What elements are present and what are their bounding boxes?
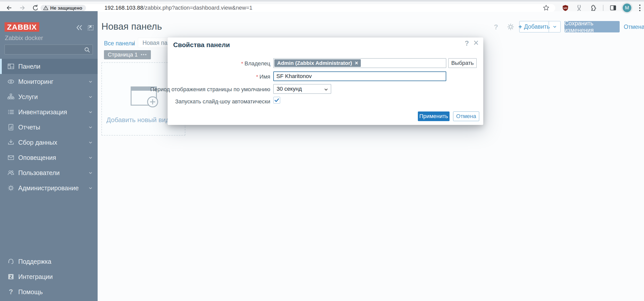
download-icon xyxy=(7,139,15,146)
header-cancel-link[interactable]: Отмена xyxy=(624,24,644,30)
chevron-down-icon xyxy=(88,94,93,99)
screen: Не защищено 192.168.103.88/zabbix.php?ac… xyxy=(0,0,644,301)
z-letter: Z xyxy=(10,275,12,279)
sidebar-item-label: Помощь xyxy=(18,288,43,296)
list-icon xyxy=(7,108,15,116)
forward-icon[interactable] xyxy=(19,4,26,11)
headset-icon xyxy=(7,258,15,265)
page-tab-label: Страница 1 xyxy=(108,51,138,58)
required-mark: * xyxy=(241,61,243,66)
add-dropdown-button[interactable] xyxy=(549,21,560,32)
modal-help-icon[interactable]: ? xyxy=(465,40,469,47)
warning-icon xyxy=(43,5,48,11)
add-widget-button[interactable]: +Добавить xyxy=(519,21,561,32)
dashboard-icon xyxy=(7,63,15,70)
breadcrumb-separator: / xyxy=(133,40,135,47)
sidebar-item-alerts[interactable]: Оповещения xyxy=(0,150,98,165)
save-changes-button[interactable]: Сохранить изменения xyxy=(564,21,620,32)
sidebar-item-support[interactable]: Поддержка xyxy=(0,254,98,269)
report-icon xyxy=(7,123,15,131)
dashboard-properties-modal: Свойства панели ? × *Владелец Admin (Zab… xyxy=(168,37,483,125)
settings-gear-icon[interactable] xyxy=(507,23,515,31)
sidebar-item-dashboards[interactable]: Панели xyxy=(0,59,98,74)
check-icon xyxy=(274,98,279,103)
sidebar-item-help[interactable]: ? Помощь xyxy=(0,284,98,299)
owner-select-button[interactable]: Выбрать xyxy=(448,58,477,68)
gear-icon xyxy=(7,184,15,192)
close-icon[interactable]: × xyxy=(473,38,479,47)
owner-chip-label: Admin (Zabbix Administrator) xyxy=(277,60,352,66)
chevron-down-icon xyxy=(88,140,93,145)
url-host: 192.168.103.88 xyxy=(104,5,143,11)
sidebar-item-reports[interactable]: Отчеты xyxy=(0,120,98,135)
z-badge-icon: Z Z xyxy=(7,273,15,280)
page-tab[interactable]: Страница 1 ••• xyxy=(104,50,151,59)
add-button-label: Добавить xyxy=(524,23,550,30)
bookmark-star-icon[interactable] xyxy=(543,4,550,11)
chevron-down-icon xyxy=(88,79,93,84)
breadcrumb-all-dashboards[interactable]: Все панели xyxy=(104,40,135,47)
search-icon xyxy=(84,46,91,53)
services-icon xyxy=(7,93,15,101)
plus-icon: + xyxy=(518,23,522,30)
modal-title: Свойства панели xyxy=(173,41,230,49)
apply-button[interactable]: Применить xyxy=(418,111,450,121)
chevron-down-icon xyxy=(88,155,93,160)
zabbix-logo[interactable]: ZABBIX xyxy=(5,22,39,32)
browser-menu-icon[interactable] xyxy=(639,5,640,11)
users-icon xyxy=(7,169,15,177)
period-value: 30 секунд xyxy=(277,86,302,92)
chevron-down-icon xyxy=(88,185,93,191)
sidebar-item-label: Услуги xyxy=(18,93,38,101)
ublock-extension-icon[interactable]: UO xyxy=(562,4,569,11)
page-title: Новая панель xyxy=(101,21,162,32)
sidebar-item-administration[interactable]: Администрирование xyxy=(0,180,98,196)
modal-cancel-button[interactable]: Отмена xyxy=(453,111,479,121)
sidebar: ZABBIX Zabbix docker Панели Мониторинг xyxy=(0,11,98,301)
site-security-chip[interactable]: Не защищено xyxy=(41,5,86,11)
required-mark: * xyxy=(256,74,258,80)
chevron-down-icon xyxy=(88,170,93,175)
sidebar-item-users[interactable]: Пользователи xyxy=(0,165,98,180)
sidebar-item-label: Инвентаризация xyxy=(18,108,67,116)
sidebar-item-label: Пользователи xyxy=(18,169,60,177)
sidebar-item-services[interactable]: Услуги xyxy=(0,89,98,104)
chevron-down-icon xyxy=(88,109,93,115)
sidebar-item-inventory[interactable]: Инвентаризация xyxy=(0,104,98,120)
sidebar-item-integrations[interactable]: Z Z Интеграции xyxy=(0,269,98,284)
hide-sidebar-icon[interactable] xyxy=(86,23,95,32)
envelope-icon xyxy=(7,154,15,161)
sidebar-item-label: Интеграции xyxy=(18,273,53,280)
sidebar-item-label: Поддержка xyxy=(18,258,51,265)
sidebar-item-label: Администрирование xyxy=(18,184,79,192)
browser-toolbar: Не защищено 192.168.103.88/zabbix.php?ac… xyxy=(0,2,644,11)
owner-multiselect[interactable]: Admin (Zabbix Administrator) × xyxy=(273,58,446,68)
period-select[interactable]: 30 секунд xyxy=(273,84,331,94)
sidebar-item-label: Панели xyxy=(18,63,40,70)
help-icon[interactable]: ? xyxy=(494,23,498,31)
chevron-down-icon xyxy=(88,125,93,130)
sidebar-item-label: Отчеты xyxy=(18,124,40,131)
chevron-down-icon xyxy=(552,24,557,29)
back-icon[interactable] xyxy=(6,4,13,11)
eye-icon xyxy=(7,78,15,85)
profile-button[interactable]: M xyxy=(621,2,633,13)
side-panel-icon[interactable] xyxy=(610,4,617,11)
sidebar-item-label: Мониторинг xyxy=(18,78,53,85)
slideshow-checkbox[interactable] xyxy=(273,97,280,104)
extensions-puzzle-icon[interactable] xyxy=(589,4,596,11)
sidebar-item-data-collection[interactable]: Сбор данных xyxy=(0,135,98,150)
dashboard-name-input[interactable] xyxy=(273,71,446,81)
sidebar-item-monitoring[interactable]: Мониторинг xyxy=(0,74,98,89)
toolbar-divider xyxy=(603,5,603,11)
url-text[interactable]: 192.168.103.88/zabbix.php?action=dashboa… xyxy=(104,5,252,11)
period-label: Период отображения страницы по умолчанию xyxy=(150,86,270,93)
chevron-down-icon xyxy=(324,87,328,92)
name-label: *Имя xyxy=(256,73,270,80)
sidebar-search-input[interactable] xyxy=(5,45,93,54)
ribbon-extension-icon[interactable] xyxy=(576,4,583,11)
collapse-sidebar-icon[interactable] xyxy=(75,23,84,32)
page-tab-menu-icon[interactable]: ••• xyxy=(141,52,147,58)
owner-chip: Admin (Zabbix Administrator) × xyxy=(274,59,361,67)
remove-owner-icon[interactable]: × xyxy=(355,60,358,66)
